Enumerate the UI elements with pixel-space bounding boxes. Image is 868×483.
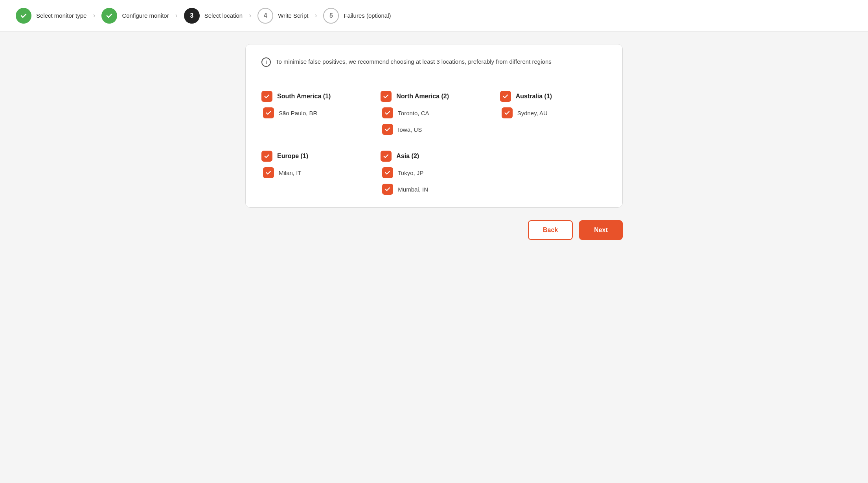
region-group-europe: Europe (1) Milan, IT xyxy=(261,151,368,195)
location-label-mumbai: Mumbai, IN xyxy=(398,186,428,193)
step-label-failures-optional: Failures (optional) xyxy=(344,12,391,19)
step-label-select-location: Select location xyxy=(204,12,243,19)
location-item-sydney: Sydney, AU xyxy=(500,107,607,118)
location-checkbox-sydney[interactable] xyxy=(502,107,513,118)
locations-card: i To minimise false positives, we recomm… xyxy=(245,44,623,208)
region-header-south-america: South America (1) xyxy=(261,91,368,102)
back-button[interactable]: Back xyxy=(528,220,573,240)
region-header-asia: Asia (2) xyxy=(381,151,487,162)
location-checkbox-milan[interactable] xyxy=(263,167,274,178)
location-label-iowa: Iowa, US xyxy=(398,126,422,133)
info-banner: i To minimise false positives, we recomm… xyxy=(261,57,607,67)
region-checkbox-australia[interactable] xyxy=(500,91,511,102)
location-item-milan: Milan, IT xyxy=(261,167,368,178)
region-group-north-america: North America (2) Toronto, CA Iowa, US xyxy=(381,91,487,135)
locations-grid: South America (1) São Paulo, BR North Am… xyxy=(261,91,607,195)
step-select-monitor-type: Select monitor type xyxy=(16,8,86,24)
location-label-sao-paulo: São Paulo, BR xyxy=(279,110,317,116)
step-label-write-script: Write Script xyxy=(278,12,308,19)
footer-buttons: Back Next xyxy=(245,220,623,240)
location-item-tokyo: Tokyo, JP xyxy=(381,167,487,178)
location-item-mumbai: Mumbai, IN xyxy=(381,184,487,195)
info-icon: i xyxy=(261,57,271,67)
region-label-south-america: South America (1) xyxy=(277,93,331,100)
region-header-north-america: North America (2) xyxy=(381,91,487,102)
step-configure-monitor: Configure monitor xyxy=(101,8,169,24)
region-header-australia: Australia (1) xyxy=(500,91,607,102)
step-failures-optional: 5Failures (optional) xyxy=(323,8,391,24)
location-label-tokyo: Tokyo, JP xyxy=(398,170,423,176)
stepper-bar: Select monitor type› Configure monitor›3… xyxy=(0,0,868,31)
region-header-europe: Europe (1) xyxy=(261,151,368,162)
location-checkbox-mumbai[interactable] xyxy=(382,184,393,195)
step-arrow-1: › xyxy=(175,11,178,20)
divider xyxy=(261,78,607,78)
step-circle-select-location: 3 xyxy=(184,8,200,24)
location-item-iowa: Iowa, US xyxy=(381,124,487,135)
region-group-australia: Australia (1) Sydney, AU xyxy=(500,91,607,135)
location-checkbox-tokyo[interactable] xyxy=(382,167,393,178)
step-arrow-0: › xyxy=(93,11,95,20)
region-label-asia: Asia (2) xyxy=(396,153,419,160)
grid-placeholder xyxy=(500,151,607,195)
location-checkbox-toronto[interactable] xyxy=(382,107,393,118)
location-item-toronto: Toronto, CA xyxy=(381,107,487,118)
region-checkbox-south-america[interactable] xyxy=(261,91,272,102)
region-checkbox-north-america[interactable] xyxy=(381,91,392,102)
next-button[interactable]: Next xyxy=(579,220,623,240)
location-item-sao-paulo: São Paulo, BR xyxy=(261,107,368,118)
region-label-australia: Australia (1) xyxy=(516,93,552,100)
step-select-location: 3Select location xyxy=(184,8,243,24)
step-circle-write-script: 4 xyxy=(257,8,273,24)
step-write-script: 4Write Script xyxy=(257,8,308,24)
region-label-north-america: North America (2) xyxy=(396,93,449,100)
info-text: To minimise false positives, we recommen… xyxy=(276,57,552,66)
step-circle-failures-optional: 5 xyxy=(323,8,339,24)
main-content: i To minimise false positives, we recomm… xyxy=(0,31,868,253)
location-label-toronto: Toronto, CA xyxy=(398,110,429,116)
region-group-asia: Asia (2) Tokyo, JP Mumbai, IN xyxy=(381,151,487,195)
region-group-south-america: South America (1) São Paulo, BR xyxy=(261,91,368,135)
step-arrow-2: › xyxy=(249,11,251,20)
step-label-select-monitor-type: Select monitor type xyxy=(36,12,86,19)
step-circle-select-monitor-type xyxy=(16,8,31,24)
region-checkbox-europe[interactable] xyxy=(261,151,272,162)
step-circle-configure-monitor xyxy=(101,8,117,24)
location-label-milan: Milan, IT xyxy=(279,170,302,176)
region-label-europe: Europe (1) xyxy=(277,153,308,160)
step-arrow-3: › xyxy=(314,11,317,20)
location-checkbox-sao-paulo[interactable] xyxy=(263,107,274,118)
region-checkbox-asia[interactable] xyxy=(381,151,392,162)
step-label-configure-monitor: Configure monitor xyxy=(122,12,169,19)
location-label-sydney: Sydney, AU xyxy=(517,110,548,116)
location-checkbox-iowa[interactable] xyxy=(382,124,393,135)
